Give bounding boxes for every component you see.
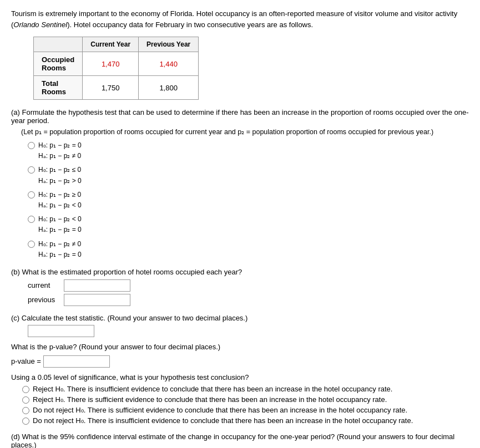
hypothesis-text-3: H₀: p₁ − p₂ < 0 Hₐ: p₁ − p₂ = 0: [38, 214, 82, 235]
current-label: current: [28, 281, 64, 289]
test-statistic-input[interactable]: [28, 325, 94, 337]
sig-question: Using a 0.05 level of significance, what…: [11, 373, 469, 381]
conclusion-radio-2[interactable]: [22, 407, 29, 414]
conclusion-label-2: Do not reject H₀. There is sufficient ev…: [33, 406, 407, 414]
hypothesis-radio-3[interactable]: [28, 216, 35, 223]
conclusion-options: Reject H₀. There is insufficient evidenc…: [22, 385, 469, 425]
previous-input[interactable]: [64, 294, 130, 306]
hypothesis-radio-0[interactable]: [28, 142, 35, 149]
conclusion-radio-1[interactable]: [22, 396, 29, 404]
hypothesis-option-2: H₀: p₁ − p₂ ≥ 0 Hₐ: p₁ − p₂ < 0: [28, 190, 469, 211]
pval-question: What is the p-value? (Round your answer …: [11, 343, 469, 351]
h0-2: H₀: p₁ − p₂ ≥ 0: [38, 190, 82, 200]
proportion-inputs: current previous: [28, 279, 469, 306]
hypothesis-options: H₀: p₁ − p₂ = 0 Hₐ: p₁ − p₂ ≠ 0 H₀: p₁ −…: [28, 140, 469, 260]
conclusion-label-0: Reject H₀. There is insufficient evidenc…: [33, 385, 392, 393]
hypothesis-radio-4[interactable]: [28, 241, 35, 248]
h0-0: H₀: p₁ − p₂ = 0: [38, 140, 82, 151]
cell-total-current: 1,750: [83, 76, 139, 100]
pval-label: p-value =: [11, 357, 41, 365]
ha-1: Hₐ: p₁ − p₂ > 0: [38, 176, 82, 186]
h0-4: H₀: p₁ − p₂ ≠ 0: [38, 239, 82, 250]
pval-section: What is the p-value? (Round your answer …: [11, 343, 469, 368]
current-input[interactable]: [64, 279, 130, 292]
hypothesis-text-0: H₀: p₁ − p₂ = 0 Hₐ: p₁ − p₂ ≠ 0: [38, 140, 82, 161]
part-d: (d) What is the 95% confidence interval …: [11, 432, 469, 448]
part-b: (b) What is the estimated proportion of …: [11, 268, 469, 306]
data-table: Current Year Previous Year Occupied Room…: [33, 37, 199, 100]
part-c-question: (c) Calculate the test statistic. (Round…: [11, 314, 469, 322]
cell-total-previous: 1,800: [139, 76, 199, 100]
ha-0: Hₐ: p₁ − p₂ ≠ 0: [38, 151, 82, 161]
previous-prop-row: previous: [28, 294, 469, 306]
conclusion-option-1: Reject H₀. There is sufficient evidence …: [22, 395, 469, 404]
hypothesis-text-2: H₀: p₁ − p₂ ≥ 0 Hₐ: p₁ − p₂ < 0: [38, 190, 82, 211]
part-a: (a) Formulate the hypothesis test that c…: [11, 108, 469, 260]
ha-3: Hₐ: p₁ − p₂ = 0: [38, 225, 82, 235]
part-b-question: (b) What is the estimated proportion of …: [11, 268, 469, 276]
cell-occupied-previous: 1,440: [139, 52, 199, 76]
hypothesis-radio-1[interactable]: [28, 166, 35, 174]
hypothesis-option-1: H₀: p₁ − p₂ ≤ 0 Hₐ: p₁ − p₂ > 0: [28, 165, 469, 186]
conclusion-label-1: Reject H₀. There is sufficient evidence …: [33, 395, 387, 404]
row-label-total: Total Rooms: [34, 76, 83, 100]
conclusion-radio-0[interactable]: [22, 386, 29, 393]
pval-row: p-value =: [11, 355, 469, 368]
hypothesis-radio-2[interactable]: [28, 191, 35, 198]
ha-4: Hₐ: p₁ − p₂ = 0: [38, 250, 82, 260]
cell-occupied-current: 1,470: [83, 52, 139, 76]
col-header-current: Current Year: [83, 37, 139, 52]
row-label-occupied: Occupied Rooms: [34, 52, 83, 76]
conclusion-radio-3[interactable]: [22, 418, 29, 425]
hypothesis-option-3: H₀: p₁ − p₂ < 0 Hₐ: p₁ − p₂ = 0: [28, 214, 469, 235]
part-c: (c) Calculate the test statistic. (Round…: [11, 314, 469, 425]
conclusion-label-3: Do not reject H₀. There is insufficient …: [33, 416, 413, 425]
hypothesis-option-4: H₀: p₁ − p₂ ≠ 0 Hₐ: p₁ − p₂ = 0: [28, 239, 469, 260]
table-row-occupied: Occupied Rooms 1,470 1,440: [34, 52, 199, 76]
h0-1: H₀: p₁ − p₂ ≤ 0: [38, 165, 82, 175]
conclusion-option-2: Do not reject H₀. There is sufficient ev…: [22, 406, 469, 414]
hypothesis-text-4: H₀: p₁ − p₂ ≠ 0 Hₐ: p₁ − p₂ = 0: [38, 239, 82, 260]
conclusion-option-3: Do not reject H₀. There is insufficient …: [22, 416, 469, 425]
intro-paragraph: Tourism is extremely important to the ec…: [11, 8, 469, 30]
col-header-previous: Previous Year: [139, 37, 199, 52]
part-a-question: (a) Formulate the hypothesis test that c…: [11, 108, 469, 125]
hypothesis-option-0: H₀: p₁ − p₂ = 0 Hₐ: p₁ − p₂ ≠ 0: [28, 140, 469, 161]
part-a-subtext: (Let p₁ = population proportion of rooms…: [21, 128, 469, 136]
h0-3: H₀: p₁ − p₂ < 0: [38, 214, 82, 225]
current-prop-row: current: [28, 279, 469, 292]
previous-label: previous: [28, 296, 64, 304]
table-row-total: Total Rooms 1,750 1,800: [34, 76, 199, 100]
sig-section: Using a 0.05 level of significance, what…: [11, 373, 469, 425]
hypothesis-text-1: H₀: p₁ − p₂ ≤ 0 Hₐ: p₁ − p₂ > 0: [38, 165, 82, 186]
pval-input[interactable]: [43, 355, 110, 368]
ha-2: Hₐ: p₁ − p₂ < 0: [38, 200, 82, 211]
conclusion-option-0: Reject H₀. There is insufficient evidenc…: [22, 385, 469, 393]
part-d-question: (d) What is the 95% confidence interval …: [11, 432, 469, 448]
